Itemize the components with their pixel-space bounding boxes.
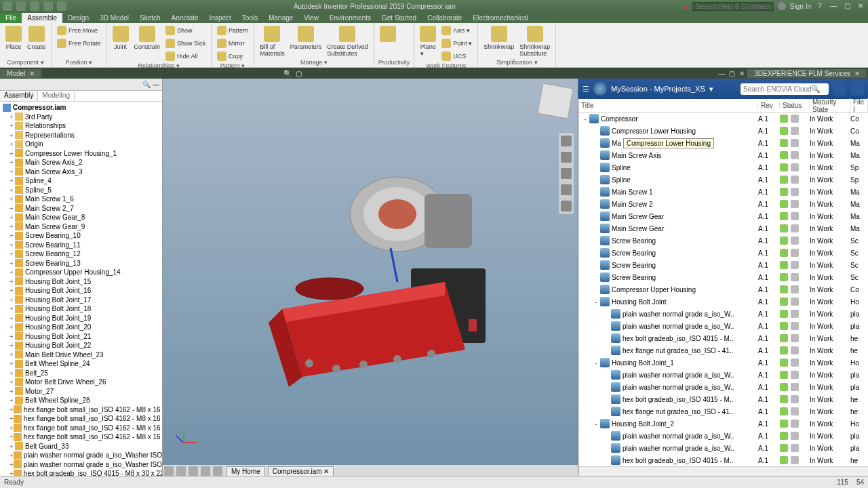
plm-row[interactable]: Main Screw AxisA.1In WorkMa (578, 149, 868, 161)
vb-icon[interactable] (176, 466, 186, 476)
vb-icon[interactable] (164, 466, 174, 476)
vb-icon[interactable] (189, 466, 198, 476)
plm-row[interactable]: Screw BearingA.1In WorkSc (578, 271, 868, 283)
ribbon-free-rotate[interactable]: Free Rotate (56, 37, 102, 49)
tree-node[interactable]: +Main Screw 1_6 (0, 195, 162, 204)
tree-node[interactable]: +Main Screw Axis_3 (0, 167, 162, 177)
plm-row[interactable]: Compressor Lower HousingA.1In WorkCo (578, 125, 868, 137)
tree-node[interactable]: +Motor Belt Drive Wheel_26 (0, 378, 162, 387)
vp-tab-home[interactable]: My Home (226, 466, 265, 476)
ribbon-free-move[interactable]: Free Move (56, 24, 102, 37)
minimize-icon[interactable]: — (829, 1, 838, 11)
menu-tab-tools[interactable]: Tools (237, 13, 263, 23)
tag-icon[interactable] (833, 82, 846, 96)
plm-row[interactable]: -Housing Bolt JointA.1In WorkHo (578, 296, 868, 308)
ribbon-mirror[interactable]: Mirror (216, 37, 250, 49)
ribbon-ucs[interactable]: UCS (440, 50, 473, 62)
close-icon[interactable]: ✕ (29, 70, 35, 77)
tree-node[interactable]: +Representations (0, 131, 162, 140)
vp-minimize-icon[interactable]: — (718, 70, 725, 77)
ribbon-create[interactable]: Create (26, 24, 47, 52)
model-panel-tab[interactable]: Model✕ (0, 69, 41, 78)
plm-row[interactable]: plain washer normal grade a_iso_W..A.1In… (578, 442, 868, 454)
menu-tab-manage[interactable]: Manage (263, 13, 298, 23)
app-icon[interactable] (3, 1, 12, 11)
viewcube[interactable] (537, 83, 573, 119)
chevron-down-icon[interactable]: ▾ (709, 85, 713, 94)
plm-row[interactable]: plain washer normal grade a_iso_W..A.1In… (578, 430, 868, 442)
ribbon-point-▾[interactable]: Point ▾ (440, 37, 473, 49)
menu-tab-file[interactable]: File (0, 13, 22, 23)
vp-tab-doc[interactable]: Compressor.iam ✕ (268, 466, 334, 476)
tree-node[interactable]: +Screw Bearing_11 (0, 241, 162, 250)
search-icon[interactable]: 🔍 (283, 70, 292, 77)
tree-node[interactable]: +hex flange bolt small_iso_ISO 4162 - M8… (0, 414, 162, 424)
tree-node[interactable]: +plain washer normal grade a_iso_Washer … (0, 460, 162, 470)
ribbon-place[interactable]: Place (4, 24, 23, 52)
close-icon[interactable]: ✕ (854, 70, 860, 77)
tree-node[interactable]: +plain washer normal grade a_iso_Washer … (0, 451, 162, 460)
tree-node[interactable]: +Belt Wheel Spline_28 (0, 396, 162, 405)
restore-icon[interactable]: ▢ (296, 70, 302, 77)
plm-row[interactable]: plain washer normal grade a_iso_W..A.1In… (578, 320, 868, 332)
menu-tab-inspect[interactable]: Inspect (204, 13, 237, 23)
menu-tab-sketch[interactable]: Sketch (134, 13, 166, 23)
ribbon-constrain[interactable]: Constrain (133, 24, 162, 62)
tree-node[interactable]: +hex flange bolt small_iso_ISO 4162 - M8… (0, 405, 162, 415)
col-title[interactable]: Title (578, 102, 758, 109)
plm-search[interactable]: 🔍 (741, 83, 829, 95)
ribbon-axis-▾[interactable]: Axis ▾ (440, 24, 473, 37)
qat-save-icon[interactable] (30, 1, 39, 11)
menu-tab-environments[interactable]: Environments (324, 13, 376, 23)
plm-row[interactable]: Screw BearingA.1In WorkSc (578, 247, 868, 259)
help-icon[interactable]: ? (815, 1, 825, 11)
ribbon-bill-of[interactable]: Bill ofMaterials (258, 24, 286, 58)
home-icon[interactable] (561, 136, 572, 146)
tree-node[interactable]: +Relationships (0, 121, 162, 131)
plm-row[interactable]: MaA.1In WorkMa (578, 137, 868, 149)
menu-tab-electromechanical[interactable]: Electromechanical (467, 13, 534, 23)
plm-row[interactable]: -CompressorA.1In WorkCo (578, 113, 868, 125)
viewport[interactable]: My Home Compressor.iam ✕ (163, 79, 578, 477)
plm-row[interactable]: Main Screw 2A.1In WorkMa (578, 198, 868, 210)
tree-node[interactable]: +Screw Bearing_10 (0, 231, 162, 241)
help-search-input[interactable] (692, 2, 774, 11)
menu-tab-view[interactable]: View (298, 13, 324, 23)
tree-node[interactable]: +Main Screw Gear_8 (0, 213, 162, 222)
plm-row[interactable]: Compressor Upper HousingA.1In WorkCo (578, 283, 868, 296)
plm-row[interactable]: plain washer normal grade a_iso_W..A.1In… (578, 308, 868, 320)
plm-row[interactable]: hex bolt gradeab_iso_ISO 4015 - M..A.1In… (578, 454, 868, 466)
ribbon-copy[interactable]: Copy (216, 50, 250, 62)
plm-row[interactable]: Main Screw GearA.1In WorkMa (578, 222, 868, 235)
ribbon-btn[interactable] (378, 24, 397, 45)
ribbon-show[interactable]: Show (164, 24, 207, 37)
tree-node[interactable]: +Housing Bolt Joint_20 (0, 323, 162, 332)
tree-node[interactable]: +Screw Bearing_12 (0, 249, 162, 259)
tree-node[interactable]: +Main Screw Axis_2 (0, 158, 162, 167)
close-icon[interactable]: ✕ (856, 1, 865, 11)
signin-link[interactable]: Sign In (790, 3, 811, 10)
tree-node[interactable]: +hex flange bolt small_iso_ISO 4162 - M8… (0, 424, 162, 433)
ribbon-shrinkwrap[interactable]: ShrinkwrapSubstitute (518, 24, 551, 58)
vb-icon[interactable] (201, 466, 210, 476)
tree-node[interactable]: +Housing Bolt Joint_21 (0, 332, 162, 342)
pan-icon[interactable] (561, 168, 572, 179)
col-status[interactable]: Status (780, 102, 810, 109)
col-rev[interactable]: Rev (758, 102, 780, 109)
collapse-icon[interactable]: — (153, 81, 159, 88)
tree-node[interactable]: +Screw Bearing_13 (0, 259, 162, 268)
search-icon[interactable]: 🔍 (142, 81, 151, 88)
menu-tab-annotate[interactable]: Annotate (166, 13, 204, 23)
ribbon-create-derived[interactable]: Create DerivedSubstitutes (326, 24, 370, 58)
tree-node[interactable]: +Housing Bolt Joint_16 (0, 286, 162, 296)
plm-row[interactable]: hex bolt gradeab_iso_ISO 4015 - M..A.1In… (578, 393, 868, 405)
tree-node[interactable]: +hex flange bolt small_iso_ISO 4162 - M8… (0, 432, 162, 442)
lookat-icon[interactable] (561, 201, 572, 211)
plm-search-input[interactable] (743, 85, 811, 93)
tree-node[interactable]: +Motor_27 (0, 387, 162, 396)
tree-node[interactable]: +Belt_25 (0, 369, 162, 378)
ribbon-pattern[interactable]: Pattern (216, 24, 250, 37)
vp-close-icon[interactable]: ✕ (739, 70, 745, 77)
qat-open-icon[interactable] (16, 1, 26, 11)
ribbon-shrinkwrap[interactable]: Shrinkwrap (482, 24, 515, 58)
